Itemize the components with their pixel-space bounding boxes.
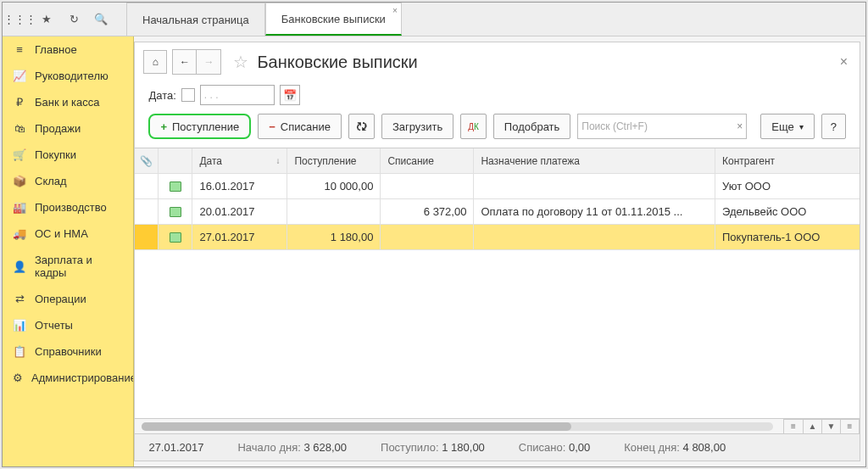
back-button[interactable]: ← — [173, 50, 197, 74]
home-button[interactable]: ⌂ — [143, 50, 167, 74]
col-counterparty[interactable]: Контрагент — [715, 148, 860, 173]
cell-purp: Оплата по договору 11 от 01.11.2015 ... — [474, 199, 715, 224]
status-out-label: Списано: — [519, 441, 565, 454]
button-label: Подобрать — [504, 120, 559, 133]
clear-icon[interactable]: × — [737, 120, 743, 132]
date-checkbox[interactable] — [181, 88, 195, 102]
sidebar-item-reports[interactable]: 📊Отчеты — [3, 312, 133, 338]
cell-purp — [474, 174, 715, 198]
sidebar-item-hr[interactable]: 👤Зарплата и кадры — [3, 247, 133, 286]
factory-icon: 🏭 — [13, 201, 26, 214]
box-icon: 📦 — [13, 175, 26, 187]
person-icon: 👤 — [13, 260, 26, 273]
button-label: Еще — [771, 120, 793, 133]
sidebar-item-assets[interactable]: 🚚ОС и НМА — [3, 221, 133, 247]
sidebar-item-sales[interactable]: 🛍Продажи — [3, 115, 133, 142]
swap-icon: ⇄ — [13, 293, 26, 305]
cell-ctr: Эдельвейс ООО — [715, 199, 860, 224]
status-out: 0,00 — [569, 441, 590, 454]
load-button[interactable]: Загрузить — [381, 114, 453, 139]
cell-ctr: Покупатель-1 ООО — [715, 225, 860, 249]
more-button[interactable]: Еще▾ — [760, 114, 814, 139]
table-row[interactable]: 16.01.2017 10 000,00 Уют ООО — [135, 174, 860, 199]
sidebar-item-label: Склад — [35, 175, 67, 187]
dk-button[interactable]: ДК — [460, 114, 487, 139]
minus-icon: − — [269, 120, 275, 133]
sidebar-item-operations[interactable]: ⇄Операции — [3, 286, 133, 312]
search-input[interactable]: Поиск (Ctrl+F)× — [577, 114, 747, 139]
help-button[interactable]: ? — [821, 114, 846, 139]
tab-home[interactable]: Начальная страница — [126, 3, 265, 36]
cart-icon: 🛒 — [13, 148, 26, 161]
doc-ok-icon — [170, 232, 181, 243]
sidebar-item-bank[interactable]: ₽Банк и касса — [3, 89, 133, 115]
sidebar-item-label: Зарплата и кадры — [35, 254, 123, 279]
tab-bank-statements[interactable]: Банковские выписки × — [265, 3, 402, 36]
table-row[interactable]: 27.01.2017 1 180,00 Покупатель-1 ООО — [135, 225, 860, 250]
body: ≡Главное 📈Руководителю ₽Банк и касса 🛍Пр… — [3, 36, 865, 466]
sidebar-item-main[interactable]: ≡Главное — [3, 36, 133, 63]
date-filter-row: Дата: . . . 📅 — [135, 81, 860, 112]
cell-ctr: Уют ООО — [715, 174, 860, 198]
favorite-icon[interactable]: ☆ — [233, 52, 248, 72]
sidebar: ≡Главное 📈Руководителю ₽Банк и касса 🛍Пр… — [3, 36, 134, 466]
status-bar: 27.01.2017 Начало дня: 3 628,00 Поступил… — [135, 433, 860, 461]
sidebar-item-production[interactable]: 🏭Производство — [3, 194, 133, 221]
sidebar-item-purchases[interactable]: 🛒Покупки — [3, 142, 133, 168]
col-attachment[interactable]: 📎 — [135, 148, 159, 173]
app-window: ⋮⋮⋮ ★ ↻ 🔍 Начальная страница Банковские … — [2, 2, 866, 467]
cell-in: 10 000,00 — [287, 174, 381, 198]
tab-label: Начальная страница — [142, 14, 249, 26]
receipt-button[interactable]: +Поступление — [148, 114, 251, 139]
sidebar-item-admin[interactable]: ⚙Администрирование — [3, 365, 133, 391]
sidebar-item-catalogs[interactable]: 📋Справочники — [3, 338, 133, 365]
gear-icon: ⚙ — [13, 371, 23, 384]
cell-date: 16.01.2017 — [192, 174, 287, 198]
nav-down-icon[interactable]: ▼ — [821, 420, 840, 433]
search-icon[interactable]: 🔍 — [89, 8, 113, 31]
ruble-icon: ₽ — [13, 96, 26, 109]
sidebar-item-warehouse[interactable]: 📦Склад — [3, 168, 133, 194]
col-purpose[interactable]: Назначение платежа — [474, 148, 715, 173]
apps-icon[interactable]: ⋮⋮⋮ — [8, 8, 31, 31]
nav-up-icon[interactable]: ▲ — [803, 420, 821, 433]
refresh-button[interactable]: 🗘 — [348, 114, 375, 139]
sidebar-item-label: Производство — [35, 201, 107, 214]
sidebar-item-label: Отчеты — [35, 319, 73, 332]
col-icon[interactable] — [159, 148, 192, 173]
sidebar-item-label: Операции — [35, 293, 86, 305]
date-input[interactable]: . . . — [200, 85, 275, 105]
nav-last-icon[interactable]: ≡ — [840, 420, 859, 433]
col-writeoff[interactable]: Списание — [381, 148, 474, 173]
grid-header: 📎 Дата↓ Поступление Списание Назначение … — [135, 148, 860, 174]
tab-label: Банковские выписки — [281, 13, 386, 25]
cell-purp — [474, 225, 715, 249]
calendar-icon[interactable]: 📅 — [280, 85, 300, 105]
close-icon[interactable]: × — [392, 6, 398, 15]
sidebar-item-label: Справочники — [35, 345, 102, 358]
col-date[interactable]: Дата↓ — [192, 148, 287, 173]
sidebar-item-label: Покупки — [35, 148, 76, 161]
history-icon[interactable]: ↻ — [62, 8, 86, 31]
writeoff-button[interactable]: −Списание — [258, 114, 342, 139]
nav-first-icon[interactable]: ≡ — [784, 420, 803, 433]
sidebar-item-manager[interactable]: 📈Руководителю — [3, 63, 133, 89]
cell-date: 27.01.2017 — [192, 225, 287, 249]
sidebar-item-label: Главное — [35, 43, 77, 56]
status-in: 1 180,00 — [442, 441, 485, 454]
col-receipt[interactable]: Поступление — [287, 148, 381, 173]
table-row[interactable]: 20.01.2017 6 372,00 Оплата по договору 1… — [135, 199, 860, 225]
date-label: Дата: — [148, 89, 175, 102]
doc-ok-icon — [170, 207, 181, 217]
forward-button[interactable]: → — [197, 50, 220, 74]
pick-button[interactable]: Подобрать — [493, 114, 570, 139]
star-icon[interactable]: ★ — [35, 8, 58, 31]
grid-scrollbar[interactable]: ≡ ▲ ▼ ≡ — [135, 418, 860, 433]
toolbar: +Поступление −Списание 🗘 Загрузить ДК По… — [135, 112, 860, 148]
grid-nav-buttons: ≡ ▲ ▼ ≡ — [783, 419, 860, 434]
button-label: Загрузить — [392, 120, 442, 133]
status-start-label: Начало дня: — [237, 441, 300, 454]
sidebar-item-label: Продажи — [35, 122, 81, 135]
close-page-button[interactable]: × — [837, 54, 851, 70]
status-end: 4 808,00 — [683, 441, 726, 454]
